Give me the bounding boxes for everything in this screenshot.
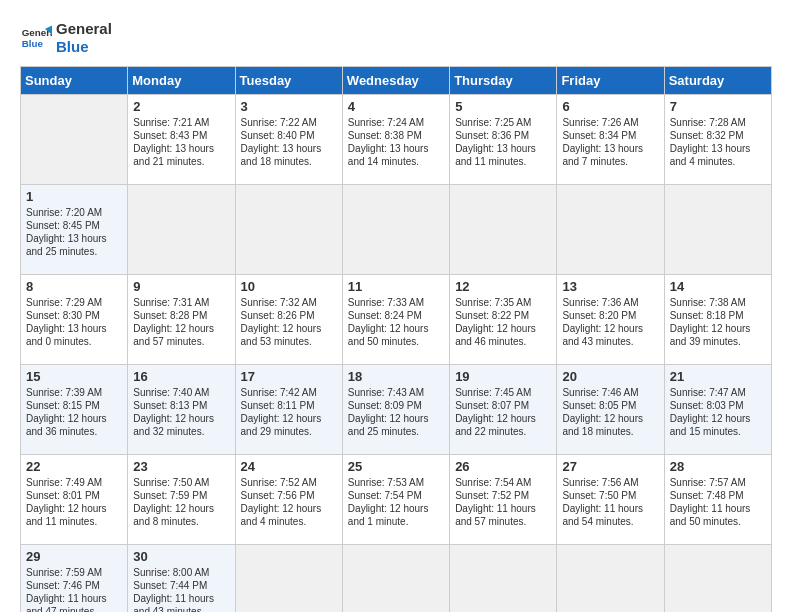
- day-info: and 22 minutes.: [455, 425, 551, 438]
- day-info: Daylight: 13 hours: [348, 142, 444, 155]
- day-number: 9: [133, 279, 229, 294]
- day-info: Daylight: 11 hours: [26, 592, 122, 605]
- day-info: and 50 minutes.: [348, 335, 444, 348]
- calendar-cell: 10Sunrise: 7:32 AMSunset: 8:26 PMDayligh…: [235, 275, 342, 365]
- day-info: Daylight: 13 hours: [562, 142, 658, 155]
- day-info: Sunrise: 7:26 AM: [562, 116, 658, 129]
- calendar-header-monday: Monday: [128, 67, 235, 95]
- day-info: and 29 minutes.: [241, 425, 337, 438]
- day-info: and 50 minutes.: [670, 515, 766, 528]
- day-info: Daylight: 13 hours: [133, 142, 229, 155]
- calendar-cell: [450, 545, 557, 613]
- day-number: 8: [26, 279, 122, 294]
- logo-icon: General Blue: [20, 22, 52, 54]
- day-info: and 36 minutes.: [26, 425, 122, 438]
- day-info: Sunset: 7:46 PM: [26, 579, 122, 592]
- calendar-cell: [342, 545, 449, 613]
- calendar-cell: [235, 545, 342, 613]
- calendar-cell: 29Sunrise: 7:59 AMSunset: 7:46 PMDayligh…: [21, 545, 128, 613]
- day-info: Sunrise: 7:43 AM: [348, 386, 444, 399]
- calendar-cell: 8Sunrise: 7:29 AMSunset: 8:30 PMDaylight…: [21, 275, 128, 365]
- day-info: Daylight: 12 hours: [26, 502, 122, 515]
- day-info: Daylight: 12 hours: [348, 502, 444, 515]
- calendar-cell: 3Sunrise: 7:22 AMSunset: 8:40 PMDaylight…: [235, 95, 342, 185]
- day-info: Sunrise: 7:28 AM: [670, 116, 766, 129]
- day-info: Daylight: 12 hours: [670, 322, 766, 335]
- day-number: 23: [133, 459, 229, 474]
- day-info: Sunrise: 7:36 AM: [562, 296, 658, 309]
- day-info: and 47 minutes.: [26, 605, 122, 612]
- day-info: Daylight: 12 hours: [348, 412, 444, 425]
- day-number: 25: [348, 459, 444, 474]
- day-info: and 4 minutes.: [241, 515, 337, 528]
- day-number: 16: [133, 369, 229, 384]
- calendar-header-sunday: Sunday: [21, 67, 128, 95]
- day-info: Sunrise: 7:32 AM: [241, 296, 337, 309]
- day-info: and 18 minutes.: [241, 155, 337, 168]
- calendar-cell: 15Sunrise: 7:39 AMSunset: 8:15 PMDayligh…: [21, 365, 128, 455]
- day-info: Daylight: 12 hours: [455, 412, 551, 425]
- day-info: Sunset: 8:09 PM: [348, 399, 444, 412]
- day-info: Sunrise: 7:35 AM: [455, 296, 551, 309]
- day-number: 14: [670, 279, 766, 294]
- day-info: Daylight: 13 hours: [26, 322, 122, 335]
- calendar-table: SundayMondayTuesdayWednesdayThursdayFrid…: [20, 66, 772, 612]
- day-info: and 14 minutes.: [348, 155, 444, 168]
- day-info: Daylight: 11 hours: [670, 502, 766, 515]
- day-number: 1: [26, 189, 122, 204]
- day-info: Sunset: 8:03 PM: [670, 399, 766, 412]
- page-header: General Blue General Blue: [20, 20, 772, 56]
- day-info: and 11 minutes.: [26, 515, 122, 528]
- day-info: Daylight: 12 hours: [133, 412, 229, 425]
- day-info: Sunrise: 7:49 AM: [26, 476, 122, 489]
- day-number: 10: [241, 279, 337, 294]
- calendar-week-row: 29Sunrise: 7:59 AMSunset: 7:46 PMDayligh…: [21, 545, 772, 613]
- day-info: Sunset: 8:36 PM: [455, 129, 551, 142]
- day-info: Daylight: 13 hours: [241, 142, 337, 155]
- day-info: and 0 minutes.: [26, 335, 122, 348]
- day-info: and 32 minutes.: [133, 425, 229, 438]
- day-info: Sunrise: 7:39 AM: [26, 386, 122, 399]
- day-info: Sunrise: 7:29 AM: [26, 296, 122, 309]
- day-info: Sunset: 8:40 PM: [241, 129, 337, 142]
- day-info: Sunrise: 7:52 AM: [241, 476, 337, 489]
- day-info: and 39 minutes.: [670, 335, 766, 348]
- day-number: 26: [455, 459, 551, 474]
- day-info: Daylight: 12 hours: [670, 412, 766, 425]
- day-info: and 53 minutes.: [241, 335, 337, 348]
- day-info: Sunset: 8:28 PM: [133, 309, 229, 322]
- day-info: Sunset: 8:18 PM: [670, 309, 766, 322]
- calendar-cell: 21Sunrise: 7:47 AMSunset: 8:03 PMDayligh…: [664, 365, 771, 455]
- day-info: Sunset: 8:30 PM: [26, 309, 122, 322]
- day-info: Sunrise: 7:50 AM: [133, 476, 229, 489]
- calendar-body: 2Sunrise: 7:21 AMSunset: 8:43 PMDaylight…: [21, 95, 772, 613]
- day-info: and 8 minutes.: [133, 515, 229, 528]
- day-info: and 15 minutes.: [670, 425, 766, 438]
- day-number: 27: [562, 459, 658, 474]
- day-number: 24: [241, 459, 337, 474]
- calendar-week-row: 1Sunrise: 7:20 AMSunset: 8:45 PMDaylight…: [21, 185, 772, 275]
- day-info: Daylight: 13 hours: [670, 142, 766, 155]
- day-info: Sunrise: 7:31 AM: [133, 296, 229, 309]
- calendar-cell: 27Sunrise: 7:56 AMSunset: 7:50 PMDayligh…: [557, 455, 664, 545]
- day-info: Daylight: 11 hours: [455, 502, 551, 515]
- day-info: Sunset: 8:38 PM: [348, 129, 444, 142]
- calendar-cell: 23Sunrise: 7:50 AMSunset: 7:59 PMDayligh…: [128, 455, 235, 545]
- calendar-cell: [557, 185, 664, 275]
- calendar-cell: [664, 185, 771, 275]
- day-number: 13: [562, 279, 658, 294]
- calendar-cell: 26Sunrise: 7:54 AMSunset: 7:52 PMDayligh…: [450, 455, 557, 545]
- day-info: Sunset: 8:15 PM: [26, 399, 122, 412]
- day-info: Sunset: 8:43 PM: [133, 129, 229, 142]
- day-number: 12: [455, 279, 551, 294]
- day-info: Sunrise: 7:38 AM: [670, 296, 766, 309]
- day-info: Sunset: 8:34 PM: [562, 129, 658, 142]
- day-info: Daylight: 12 hours: [26, 412, 122, 425]
- day-number: 19: [455, 369, 551, 384]
- day-number: 15: [26, 369, 122, 384]
- logo-text-blue: Blue: [56, 38, 112, 56]
- day-info: Sunrise: 7:47 AM: [670, 386, 766, 399]
- day-info: and 57 minutes.: [133, 335, 229, 348]
- day-info: Sunrise: 7:53 AM: [348, 476, 444, 489]
- day-info: Sunrise: 7:21 AM: [133, 116, 229, 129]
